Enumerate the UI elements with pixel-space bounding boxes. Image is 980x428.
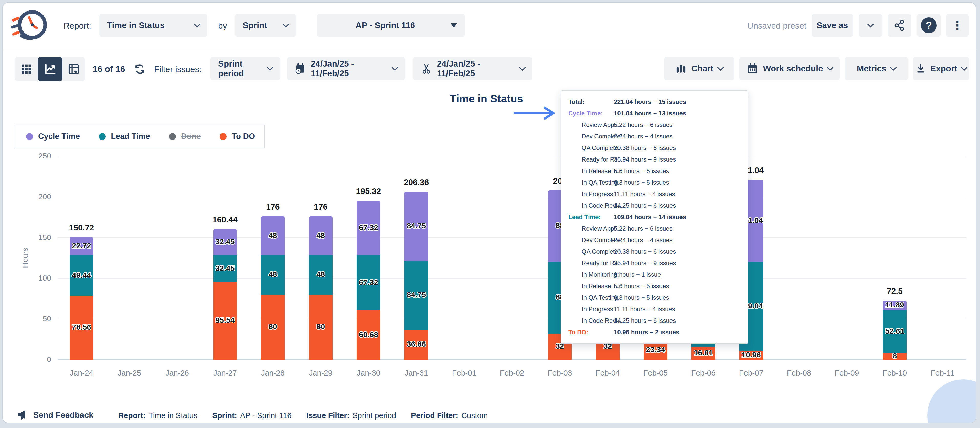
legend-item-cycle-time[interactable]: Cycle Time — [26, 132, 80, 141]
x-axis-label: Jan-26 — [154, 369, 200, 377]
legend-dot-icon — [99, 133, 106, 140]
bar-total-label: 150.72 — [56, 223, 107, 232]
tooltip-row: In Release T…5.6 hours − 5 issues — [568, 165, 748, 177]
tooltip-row-label: Lead Time: — [568, 213, 601, 221]
footer-summary-item: Issue Filter:Sprint period — [307, 411, 396, 420]
legend-item-label: Cycle Time — [38, 132, 80, 141]
tooltip-row-value: 8 hours − 1 issue — [614, 271, 661, 278]
legend-item-label: To DO — [232, 132, 255, 141]
tooltip-row-label: In Progress: — [582, 191, 615, 197]
y-axis-tick-label: 250 — [18, 151, 51, 160]
bar-value-label: 23.34 — [633, 345, 679, 354]
x-axis-label: Feb-07 — [728, 369, 774, 377]
chart-legend: Cycle TimeLead TimeDoneTo DO — [15, 125, 265, 148]
y-axis-tick-label: 150 — [18, 233, 51, 242]
footer-summary-value: Time in Status — [149, 411, 198, 420]
send-feedback-button[interactable]: Send Feedback — [17, 409, 94, 421]
bar-value-label: 52.61 — [872, 327, 918, 336]
bar-value-label: 48 — [250, 270, 296, 279]
bar-value-label: 84.75 — [393, 290, 439, 299]
x-axis-label: Feb-02 — [489, 369, 535, 377]
y-axis-tick-label: 0 — [18, 355, 51, 364]
legend-dot-icon — [220, 133, 227, 140]
x-axis-label: Feb-06 — [680, 369, 726, 377]
tooltip-row: In QA Testing:6.3 hours − 5 issues — [568, 292, 748, 303]
bar-value-label: 84.75 — [393, 221, 439, 230]
x-axis-label: Feb-09 — [824, 369, 870, 377]
x-axis-label: Feb-01 — [441, 369, 487, 377]
tooltip-row: QA Complete:20.38 hours − 6 issues — [568, 142, 748, 154]
tooltip-row-value: 14.25 hours − 6 issues — [614, 202, 676, 209]
tooltip-row-value: 35.94 hours − 9 issues — [614, 259, 676, 267]
bar-value-label: 36.86 — [393, 340, 439, 348]
tooltip-row: Review Appr…5.22 hours − 6 issues — [568, 119, 748, 130]
bar-total-label: 176 — [247, 202, 299, 212]
bar-value-label: 60.68 — [345, 330, 391, 339]
tooltip-row-label: In Progress: — [582, 305, 615, 313]
bar-value-label: 67.32 — [345, 278, 391, 287]
legend-dot-icon — [26, 133, 33, 140]
tooltip-row: Ready for Re…35.94 hours − 9 issues — [568, 257, 748, 269]
tooltip-row-value: 5.6 hours − 5 issues — [614, 167, 669, 175]
tooltip-row-label: Total: — [568, 98, 585, 105]
tooltip-row: Dev Complete:2.24 hours − 4 issues — [568, 234, 748, 246]
bar-value-label: 80 — [298, 322, 344, 331]
footer-summary: Report:Time in StatusSprint:AP - Sprint … — [118, 411, 503, 420]
legend-item-lead-time[interactable]: Lead Time — [99, 132, 150, 141]
bar-value-label: 48 — [250, 231, 296, 240]
x-axis-label: Feb-05 — [633, 369, 679, 377]
footer-summary-value: Sprint period — [353, 411, 396, 420]
tooltip-row: In QA Testing:6.3 hours − 5 issues — [568, 177, 748, 188]
tooltip-row-value: 11.11 hours − 4 issues — [614, 191, 675, 197]
app-window: Report: Time in Status by Sprint AP - Sp… — [2, 2, 977, 423]
legend-dot-icon — [169, 133, 176, 140]
bar-value-label: 16.01 — [680, 348, 726, 357]
tooltip-row: In Release T…5.6 hours − 5 issues — [568, 280, 748, 292]
x-axis-label: Jan-27 — [202, 369, 248, 377]
tooltip-row-value: 5.22 hours − 6 issues — [614, 225, 673, 232]
footer-summary-label: Sprint: — [212, 411, 237, 420]
tooltip-row: Total:221.04 hours − 15 issues — [568, 96, 748, 108]
tooltip-row: Review Appr…5.22 hours − 6 issues — [568, 223, 748, 234]
x-axis-label: Feb-10 — [872, 369, 918, 377]
tooltip-row: QA Complete:20.38 hours − 6 issues — [568, 246, 748, 257]
chart-tooltip: Total:221.04 hours − 15 issuesCycle Time… — [561, 91, 748, 344]
tooltip-row-value: 2.24 hours − 4 issues — [614, 133, 673, 140]
legend-item-label: Done — [181, 132, 201, 141]
y-axis-tick-label: 50 — [18, 314, 51, 323]
gridline — [57, 197, 966, 197]
tooltip-row-value: 10.96 hours − 2 issues — [614, 329, 679, 336]
x-axis-label: Feb-08 — [776, 369, 822, 377]
tooltip-row: In Code Revi…14.25 hours − 6 issues — [568, 200, 748, 211]
bar-value-label: 8 — [872, 352, 918, 360]
bar-value-label: 48 — [298, 270, 344, 279]
bar-total-label: 176 — [295, 202, 346, 212]
legend-item-label: Lead Time — [111, 132, 150, 141]
bar-value-label: 49.44 — [58, 271, 105, 280]
tooltip-row-value: 2.24 hours − 4 issues — [614, 237, 673, 244]
tooltip-row-label: To DO: — [568, 329, 588, 336]
x-axis-label: Jan-31 — [393, 369, 439, 377]
tooltip-row-value: 20.38 hours − 6 issues — [614, 248, 676, 255]
footer-summary-item: Period Filter:Custom — [411, 411, 488, 420]
annotation-arrow-icon — [514, 106, 558, 120]
y-axis-tick-label: 100 — [18, 274, 51, 282]
legend-item-done[interactable]: Done — [169, 132, 201, 141]
bar-value-label: 95.54 — [202, 316, 248, 325]
footer-summary-item: Report:Time in Status — [118, 411, 197, 420]
tooltip-row: Lead Time:109.04 hours − 14 issues — [568, 211, 748, 223]
bar-total-label: 195.32 — [343, 187, 394, 196]
send-feedback-label: Send Feedback — [33, 410, 94, 420]
footer-summary-label: Issue Filter: — [307, 411, 350, 420]
bar-value-label: 10.96 — [728, 350, 774, 359]
bar-value-label: 22.72 — [58, 241, 105, 250]
legend-item-to-do[interactable]: To DO — [220, 132, 255, 141]
x-axis-label: Feb-11 — [920, 369, 966, 377]
chart-plot: 050100150200250Jan-2478.5649.4422.72150.… — [3, 3, 976, 423]
megaphone-icon — [17, 409, 29, 421]
tooltip-row: Cycle Time:101.04 hours − 13 issues — [568, 108, 748, 119]
tooltip-row-label: Cycle Time: — [568, 110, 603, 117]
tooltip-row-value: 14.25 hours − 6 issues — [614, 317, 676, 324]
tooltip-row-value: 109.04 hours − 14 issues — [614, 213, 686, 221]
tooltip-row: In Progress:11.11 hours − 4 issues — [568, 188, 748, 200]
